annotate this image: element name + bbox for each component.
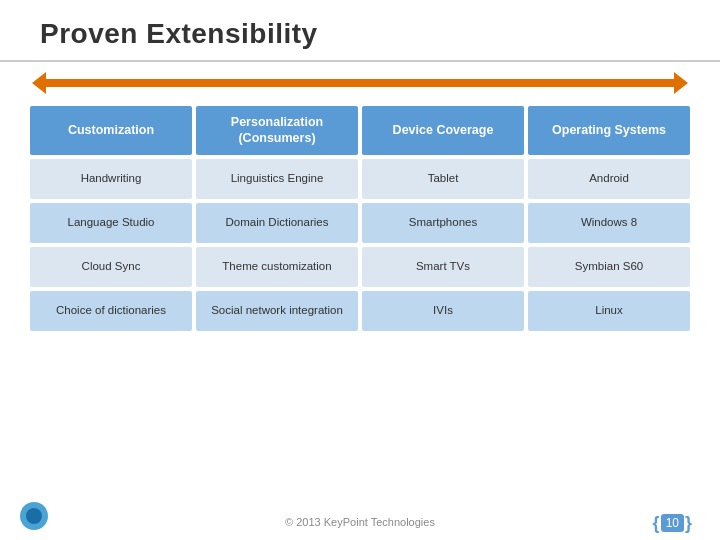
cell-0-1: Linguistics Engine — [196, 159, 358, 199]
cell-1-0: Language Studio — [30, 203, 192, 243]
cell-1-3: Windows 8 — [528, 203, 690, 243]
cell-3-3: Linux — [528, 291, 690, 331]
cell-3-0: Choice of dictionaries — [30, 291, 192, 331]
left-bracket: { — [653, 514, 660, 532]
cell-2-1: Theme customization — [196, 247, 358, 287]
grid-container: Customization Personalization (Consumers… — [30, 106, 690, 331]
grid-header: Customization Personalization (Consumers… — [30, 106, 690, 155]
cell-0-2: Tablet — [362, 159, 524, 199]
grid-row-0: Handwriting Linguistics Engine Tablet An… — [30, 159, 690, 199]
cell-3-1: Social network integration — [196, 291, 358, 331]
cell-3-2: IVIs — [362, 291, 524, 331]
cell-0-3: Android — [528, 159, 690, 199]
copyright-text: © 2013 KeyPoint Technologies — [285, 516, 435, 528]
grid-row-1: Language Studio Domain Dictionaries Smar… — [30, 203, 690, 243]
page-number: 10 — [661, 514, 684, 532]
header-personalization: Personalization (Consumers) — [196, 106, 358, 155]
arrow-bar — [40, 72, 680, 94]
cell-1-1: Domain Dictionaries — [196, 203, 358, 243]
grid-row-3: Choice of dictionaries Social network in… — [30, 291, 690, 331]
footer: © 2013 KeyPoint Technologies — [0, 516, 720, 528]
header-device-coverage: Device Coverage — [362, 106, 524, 155]
cell-2-3: Symbian S60 — [528, 247, 690, 287]
right-bracket: } — [685, 514, 692, 532]
arrow-line — [40, 79, 680, 87]
cell-2-0: Cloud Sync — [30, 247, 192, 287]
header-operating-systems: Operating Systems — [528, 106, 690, 155]
cell-2-2: Smart TVs — [362, 247, 524, 287]
page-title: Proven Extensibility — [40, 18, 680, 50]
cell-1-2: Smartphones — [362, 203, 524, 243]
header-customization: Customization — [30, 106, 192, 155]
slide: Proven Extensibility Customization Perso… — [0, 0, 720, 540]
page-number-wrap: { 10 } — [653, 514, 692, 532]
grid-row-2: Cloud Sync Theme customization Smart TVs… — [30, 247, 690, 287]
cell-0-0: Handwriting — [30, 159, 192, 199]
title-area: Proven Extensibility — [0, 0, 720, 62]
